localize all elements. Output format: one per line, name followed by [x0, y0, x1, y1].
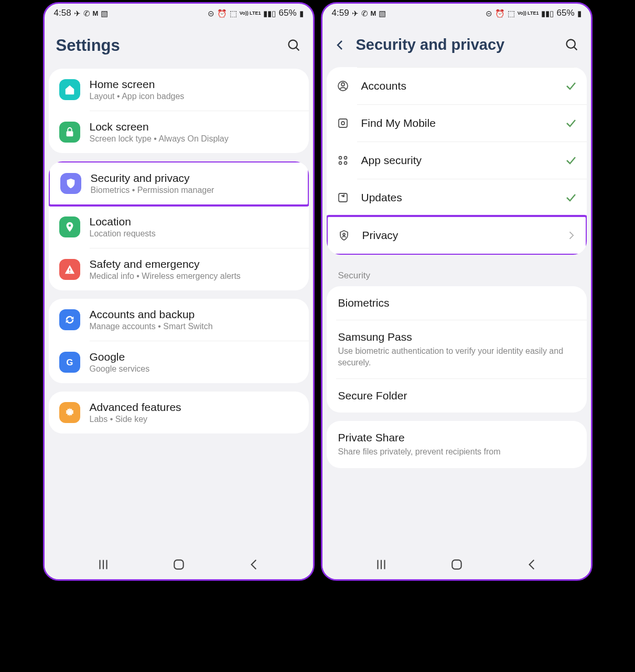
security-row-samsung-pass[interactable]: Samsung PassUse biometric authentication… [327, 320, 587, 378]
back-button[interactable] [525, 558, 539, 571]
refresh-icon [336, 191, 350, 204]
svg-text:G: G [66, 357, 73, 367]
section-security-label: Security [327, 263, 587, 286]
settings-row-safety-and-emergency[interactable]: Safety and emergency Medical info • Wire… [49, 248, 309, 290]
back-button[interactable] [247, 558, 261, 571]
dashboard-row-privacy[interactable]: Privacy [327, 215, 587, 255]
gallery-icon: ▧ [101, 9, 108, 17]
security-row-secure-folder[interactable]: Secure Folder [327, 379, 587, 413]
recents-button[interactable] [374, 558, 388, 571]
share-card: Private ShareShare files privately, prev… [327, 421, 587, 468]
dashboard-row-find-my-mobile[interactable]: Find My Mobile [327, 105, 587, 142]
locate-icon [336, 116, 350, 130]
check-icon [565, 191, 577, 204]
row-title: Accounts and backup [90, 308, 298, 321]
settings-row-advanced-features[interactable]: Advanced features Labs • Side key [49, 392, 309, 433]
row-subtitle: Google services [90, 364, 298, 374]
row-title: Find My Mobile [361, 117, 553, 129]
settings-card: Accounts and backup Manage accounts • Sm… [49, 299, 309, 383]
svg-point-5 [69, 272, 70, 273]
security-card: BiometricsSamsung PassUse biometric auth… [327, 286, 587, 413]
row-text: Google Google services [90, 351, 298, 374]
row-subtitle: Biometrics • Permission manager [91, 186, 297, 195]
gmail-icon: M [93, 10, 99, 17]
row-title: Home screen [90, 78, 298, 91]
gallery-icon: ▧ [379, 9, 386, 17]
nav-bar [322, 550, 591, 579]
dashboard-row-accounts[interactable]: Accounts [327, 68, 587, 104]
row-text: Home screen Layout • App icon badges [90, 78, 298, 101]
recents-button[interactable] [96, 558, 110, 571]
svg-point-12 [566, 39, 575, 48]
signal-icon: ▮▮▯ [541, 9, 554, 17]
row-title: Google [90, 351, 298, 363]
priv-icon [337, 229, 351, 242]
battery-icon: ▮ [299, 9, 304, 17]
settings-row-home-screen[interactable]: Home screen Layout • App icon badges [49, 69, 309, 111]
grid-icon [336, 154, 350, 167]
svg-rect-16 [339, 119, 347, 127]
svg-rect-4 [69, 268, 70, 271]
home-button[interactable] [450, 558, 464, 571]
row-subtitle: Labs • Side key [90, 415, 298, 424]
settings-row-accounts-and-backup[interactable]: Accounts and backup Manage accounts • Sm… [49, 299, 309, 341]
status-time: 4:59 [332, 8, 349, 18]
wifi-icon: ⬚ [508, 9, 515, 17]
dnd-icon: ⊝ [208, 9, 214, 17]
check-icon [565, 80, 577, 92]
header: Settings [45, 20, 313, 69]
share-row-private-share[interactable]: Private ShareShare files privately, prev… [327, 421, 587, 468]
svg-point-17 [341, 122, 345, 125]
settings-row-lock-screen[interactable]: Lock screen Screen lock type • Always On… [49, 111, 309, 153]
dashboard-row-app-security[interactable]: App security [327, 142, 587, 179]
check-icon [565, 154, 577, 167]
row-subtitle: Layout • App icon badges [90, 92, 298, 101]
row-title: Privacy [362, 229, 554, 242]
svg-line-1 [296, 48, 299, 51]
home-icon [59, 79, 80, 100]
row-text: Safety and emergency Medical info • Wire… [90, 258, 298, 281]
search-icon[interactable] [565, 38, 579, 52]
svg-point-19 [344, 157, 347, 159]
alarm-icon: ⏰ [217, 9, 227, 17]
nav-bar [45, 550, 313, 579]
row-subtitle: Use biometric authentication to verify y… [338, 345, 575, 368]
svg-point-15 [341, 83, 345, 86]
row-text: Lock screen Screen lock type • Always On… [90, 121, 298, 144]
row-title: Lock screen [90, 121, 298, 133]
svg-point-23 [343, 233, 345, 235]
dashboard-row-updates[interactable]: Updates [327, 179, 587, 216]
settings-row-location[interactable]: Location Location requests [49, 206, 309, 248]
search-icon[interactable] [287, 38, 302, 53]
whatsapp-icon: ✆ [83, 9, 90, 17]
row-title: Advanced features [90, 401, 298, 414]
phone-settings: 4:58 ✈ ✆ M ▧ ⊝ ⏰ ⬚ Vo)) LTE1 ▮▮▯ 65% ▮ S… [43, 2, 315, 581]
row-subtitle: Medical info • Wireless emergency alerts [90, 272, 298, 281]
settings-card: Home screen Layout • App icon badges Loc… [49, 69, 309, 153]
row-subtitle: Location requests [90, 229, 298, 239]
battery-percent: 65% [278, 8, 296, 18]
row-title: Private Share [338, 431, 575, 444]
svg-point-0 [288, 40, 297, 49]
dnd-icon: ⊝ [486, 9, 492, 17]
home-button[interactable] [172, 558, 186, 571]
lte-icon: Vo)) LTE1 [240, 11, 261, 16]
page-title: Security and privacy [356, 36, 555, 53]
svg-point-20 [339, 162, 341, 165]
telegram-icon: ✈ [74, 9, 81, 17]
row-title: Secure Folder [338, 389, 575, 402]
status-time: 4:58 [54, 8, 71, 18]
wifi-icon: ⬚ [230, 9, 237, 17]
security-row-biometrics[interactable]: Biometrics [327, 286, 587, 320]
telegram-icon: ✈ [352, 9, 359, 17]
svg-rect-2 [66, 131, 73, 136]
back-icon[interactable] [334, 39, 347, 51]
gmail-icon: M [371, 10, 376, 17]
settings-row-security-and-privacy[interactable]: Security and privacy Biometrics • Permis… [49, 161, 309, 207]
row-subtitle: Screen lock type • Always On Display [90, 134, 298, 144]
sync-icon [59, 309, 80, 330]
svg-line-13 [574, 47, 577, 50]
svg-rect-22 [339, 193, 347, 202]
header: Security and privacy [322, 20, 591, 67]
settings-row-google[interactable]: G Google Google services [49, 341, 309, 383]
